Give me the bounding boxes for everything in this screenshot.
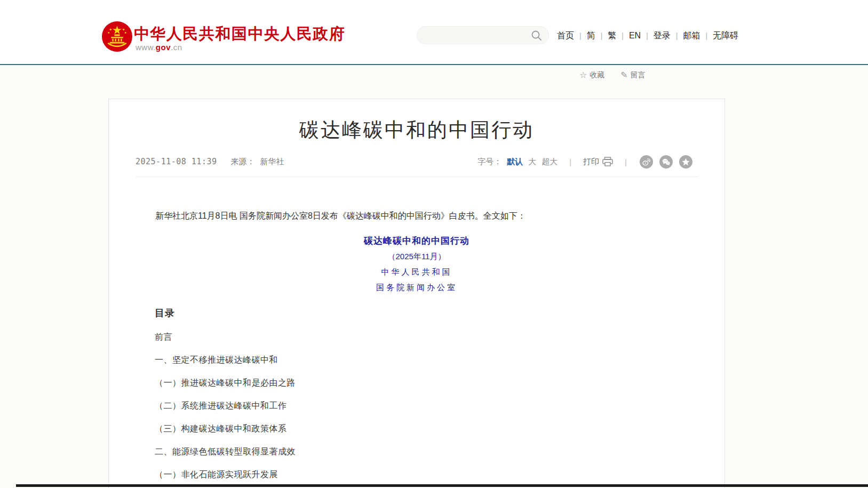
url-www: www. xyxy=(136,43,156,52)
share-wechat-button[interactable] xyxy=(659,155,673,169)
search-input[interactable] xyxy=(417,27,548,44)
toc-item-1: 一、坚定不移推进碳达峰碳中和 xyxy=(155,355,724,365)
star-share-icon xyxy=(681,157,690,166)
article-container: 碳达峰碳中和的中国行动 2025-11-08 11:39 来源： 新华社 字号：… xyxy=(108,99,725,488)
site-title: 中华人民共和国中央人民政府 xyxy=(134,23,346,45)
url-cn: .cn xyxy=(171,43,182,52)
print-button[interactable]: 打印 xyxy=(583,157,613,167)
document-title: 碳达峰碳中和的中国行动 xyxy=(109,235,724,247)
toc-item-1-2: （二）系统推进碳达峰碳中和工作 xyxy=(155,401,724,411)
meta-left: 2025-11-08 11:39 来源： 新华社 xyxy=(136,157,284,167)
nav-separator: | xyxy=(622,31,624,40)
article-title: 碳达峰碳中和的中国行动 xyxy=(109,117,724,143)
nav-simplified[interactable]: 简 xyxy=(587,30,595,42)
meta-right: 字号： 默认 大 超大 | 打印 | xyxy=(477,155,692,169)
star-outline-icon: ☆ xyxy=(579,71,587,79)
document-org-line2: 国务院新闻办公室 xyxy=(109,283,724,293)
header-nav: 首页 | 简 | 繁 | EN | 登录 | 邮箱 | 无障碍 xyxy=(557,29,738,43)
lead-paragraph: 新华社北京11月8日电 国务院新闻办公室8日发布《碳达峰碳中和的中国行动》白皮书… xyxy=(138,210,695,222)
toc-heading: 目录 xyxy=(155,307,724,319)
url-gov: gov xyxy=(156,43,171,52)
search-box[interactable] xyxy=(417,26,549,44)
message-link[interactable]: ✎ 留言 xyxy=(620,70,645,80)
toc-item-2: 二、能源绿色低碳转型取得显著成效 xyxy=(155,446,724,457)
article-source: 新华社 xyxy=(260,157,284,167)
font-size-label: 字号： xyxy=(477,157,501,167)
font-size-large[interactable]: 大 xyxy=(528,157,536,167)
message-label: 留言 xyxy=(631,70,646,80)
nav-accessibility[interactable]: 无障碍 xyxy=(713,30,738,42)
national-emblem-logo xyxy=(102,21,132,52)
nav-english[interactable]: EN xyxy=(629,31,641,41)
pencil-icon: ✎ xyxy=(620,71,627,79)
printer-icon xyxy=(602,157,613,166)
search-icon[interactable] xyxy=(531,30,543,42)
meta-separator: | xyxy=(569,157,571,166)
site-url: www.gov.cn xyxy=(136,43,182,52)
nav-login[interactable]: 登录 xyxy=(654,30,671,42)
quick-actions: ☆ 收藏 ✎ 留言 xyxy=(579,70,646,80)
nav-mail[interactable]: 邮箱 xyxy=(683,30,700,42)
toc-item-preface: 前言 xyxy=(155,332,724,342)
bottom-edge-bar xyxy=(16,484,868,487)
favorite-label: 收藏 xyxy=(590,70,604,80)
toc-item-2-1: （一）非化石能源实现跃升发展 xyxy=(155,469,724,480)
nav-separator: | xyxy=(646,31,648,40)
font-size-default[interactable]: 默认 xyxy=(507,157,523,167)
nav-separator: | xyxy=(676,31,678,40)
nav-home[interactable]: 首页 xyxy=(557,30,574,42)
meta-separator: | xyxy=(625,157,627,166)
site-header: 中华人民共和国中央人民政府 www.gov.cn 首页 | 简 | 繁 | EN… xyxy=(0,0,868,65)
article-meta-row: 2025-11-08 11:39 来源： 新华社 字号： 默认 大 超大 | 打… xyxy=(136,154,692,169)
nav-separator: | xyxy=(705,31,707,40)
nav-separator: | xyxy=(601,31,603,40)
share-favorite-button[interactable] xyxy=(679,155,692,169)
document-org-line1: 中华人民共和国 xyxy=(109,267,724,277)
wechat-icon xyxy=(662,157,671,166)
font-size-xlarge[interactable]: 超大 xyxy=(541,157,558,167)
article-body: 新华社北京11月8日电 国务院新闻办公室8日发布《碳达峰碳中和的中国行动》白皮书… xyxy=(109,177,724,480)
document-date: （2025年11月） xyxy=(109,252,724,262)
weibo-icon xyxy=(642,157,651,166)
share-weibo-button[interactable] xyxy=(640,155,653,169)
toc-item-1-1: （一）推进碳达峰碳中和是必由之路 xyxy=(155,378,724,388)
publish-date: 2025-11-08 11:39 xyxy=(136,157,217,166)
toc-item-1-3: （三）构建碳达峰碳中和政策体系 xyxy=(155,423,724,434)
print-label: 打印 xyxy=(583,157,599,167)
source-label: 来源： xyxy=(231,157,255,167)
nav-separator: | xyxy=(579,31,582,40)
favorite-link[interactable]: ☆ 收藏 xyxy=(579,70,604,80)
nav-traditional[interactable]: 繁 xyxy=(608,30,616,42)
